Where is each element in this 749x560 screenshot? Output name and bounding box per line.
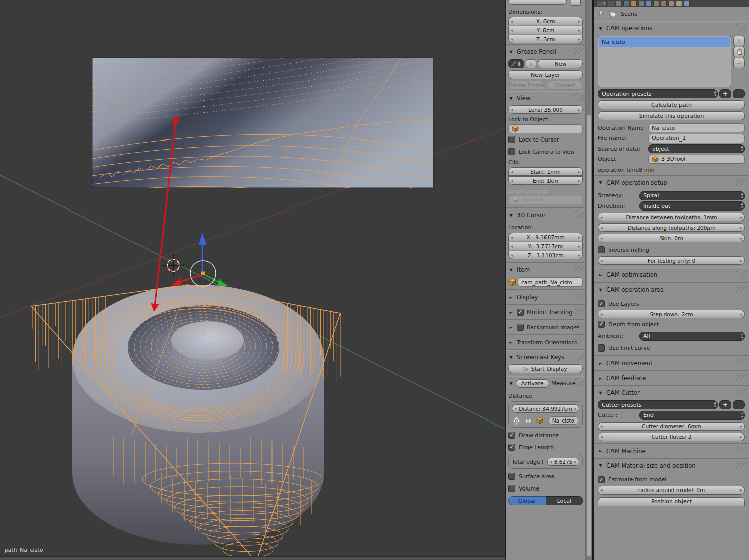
edge-length-checkbox[interactable]: Edge Length [508, 441, 583, 453]
radius-around-model-slider[interactable]: radius around model: 0m [598, 486, 745, 495]
add-cutter-preset-button[interactable]: + [719, 400, 731, 409]
remove-cutter-preset-button[interactable]: − [733, 400, 745, 409]
operation-name-field[interactable]: Na_cisto [648, 123, 745, 132]
panel-header-cam-machine[interactable]: CAM Machine [598, 445, 745, 457]
cutter-presets-dropdown[interactable]: Cutter presets ▴▾ [598, 400, 718, 409]
panel-header-cam-optimisation[interactable]: CAM optimisation [598, 269, 745, 281]
lock-to-cursor-checkbox[interactable]: Lock to Cursor [508, 133, 583, 146]
tab-object-data-icon[interactable] [653, 1, 659, 6]
3d-viewport[interactable]: _path_Na_cisto [0, 0, 505, 560]
dimension-z-slider[interactable]: Z: 3cm [508, 35, 583, 43]
new-layer-button[interactable]: New Layer [508, 70, 583, 79]
step-down-slider[interactable]: Step down: 2cm [598, 310, 745, 318]
swap-arrows-icon[interactable]: ↔ [525, 417, 531, 424]
cursor-x-slider[interactable]: X: -9.1687mm [508, 233, 583, 241]
panel-header-cam-movement[interactable]: CAM movement [598, 357, 745, 369]
lens-slider[interactable]: Lens: 35.000 [508, 105, 583, 114]
operations-list-selected[interactable]: Na_cisto [599, 37, 730, 47]
clipped-widget[interactable] [508, 0, 583, 6]
operations-list[interactable]: Na_cisto [598, 36, 731, 87]
tab-modifiers-icon[interactable] [646, 1, 652, 6]
direction-dropdown[interactable]: Inside out ▴▾ [639, 201, 745, 211]
grease-pencil-draw-button[interactable]: ▲▼ [508, 59, 524, 68]
tab-render-icon[interactable] [608, 1, 614, 6]
spinner-icon[interactable]: ▲▼ [518, 61, 520, 67]
remove-operation-button[interactable]: − [733, 58, 745, 68]
local-camera-field[interactable]: Camera [508, 196, 583, 205]
panel-header-display[interactable]: Display [508, 291, 583, 303]
convert-button[interactable]: Convert [547, 81, 583, 90]
strategy-dropdown[interactable]: Spiral ▴▾ [639, 191, 745, 200]
editor-type-button[interactable]: ▾ [596, 1, 606, 6]
tab-texture-icon[interactable] [668, 1, 674, 6]
item-name-field[interactable]: cam_path_Na_cisto [518, 277, 583, 287]
object-field[interactable]: 3 3DTool [648, 155, 745, 164]
file-name-field[interactable]: Operation_1 [648, 134, 745, 143]
total-edge-value[interactable]: 8.6275 [547, 458, 579, 466]
breadcrumb[interactable]: Scene [621, 11, 638, 17]
inverse-milling-checkbox[interactable]: Inverse milling [598, 244, 745, 255]
use-layers-checkbox[interactable]: Use Layers [598, 298, 745, 310]
lock-camera-to-view-checkbox[interactable]: Lock Camera to View [508, 146, 583, 158]
background-images-checkbox[interactable] [517, 324, 524, 331]
source-of-data-dropdown[interactable]: object ▴▾ [648, 144, 745, 153]
activate-button[interactable]: Activate [516, 379, 549, 388]
tab-object-icon[interactable] [631, 1, 637, 6]
clip-start-slider[interactable]: Start: 1mm [508, 167, 583, 176]
ambient-dropdown[interactable]: All ▴▾ [639, 332, 745, 341]
scrollbar-thumb[interactable] [587, 115, 591, 557]
start-display-button[interactable]: ▷ Start Display [508, 364, 583, 373]
tab-scene-icon[interactable] [616, 1, 622, 6]
cursor-y-slider[interactable]: Y: -3.7717cm [508, 242, 583, 250]
delete-frame-button[interactable]: Delete Frame [508, 81, 545, 90]
add-preset-button[interactable]: + [719, 89, 731, 98]
distance-value-slider[interactable]: Distanc: 34.9927cm [512, 404, 579, 413]
for-testing-only-slider[interactable]: For testing only: 0 [598, 256, 745, 265]
dimension-x-slider[interactable]: X: 6cm [508, 17, 583, 25]
panel-header-background-images[interactable]: Background Images [508, 321, 583, 333]
volume-checkbox[interactable]: Volume [508, 482, 583, 495]
cursor-z-slider[interactable]: Z: -1.1103cm [508, 251, 583, 259]
snap-cursor-icon[interactable] [513, 417, 520, 425]
motion-tracking-checkbox[interactable] [517, 309, 524, 316]
pin-icon[interactable] [598, 10, 604, 17]
panel-header-motion-tracking[interactable]: Motion Tracking [508, 306, 583, 318]
estimate-from-model-checkbox[interactable]: Estimate from model [598, 474, 745, 486]
paste-operation-button[interactable] [733, 47, 745, 57]
distance-along-toolpaths-slider[interactable]: Distance along toolpaths: 200µm [598, 223, 745, 232]
tab-physics-icon[interactable] [684, 1, 690, 6]
panel-header-cam-operation-area[interactable]: CAM operation area [598, 284, 745, 295]
panel-header-3d-cursor[interactable]: 3D Cursor [508, 209, 583, 221]
add-operation-button[interactable]: + [733, 36, 745, 46]
clip-end-slider[interactable]: End: 1km [508, 176, 583, 185]
object-cube-icon[interactable] [536, 417, 543, 424]
panel-header-transform-orientations[interactable]: Transform Orientations [508, 336, 583, 348]
panel-header-cam-operations[interactable]: CAM operations [598, 23, 745, 34]
calculate-path-button[interactable]: Calculate path [598, 100, 745, 109]
npanel-scrollbar[interactable] [585, 0, 592, 560]
panel-header-cam-feedrate[interactable]: CAM feedrate [598, 372, 745, 384]
distance-between-toolpaths-slider[interactable]: Distance between toolpaths: 1mm [598, 213, 745, 221]
global-toggle[interactable]: Global [508, 496, 546, 505]
cutter-diameter-slider[interactable]: Cutter diameter: 6mm [598, 422, 745, 431]
tab-constraints-icon[interactable] [638, 1, 644, 6]
panel-header-cam-operation-setup[interactable]: CAM operation setup [598, 177, 745, 188]
cutter-dropdown[interactable]: End ▴▾ [639, 411, 745, 420]
use-limit-curve-checkbox[interactable]: Use limit curve [598, 342, 745, 354]
tab-world-icon[interactable] [623, 1, 629, 6]
panel-header-view[interactable]: View [508, 93, 583, 104]
panel-header-grease-pencil[interactable]: Grease Pencil [508, 46, 583, 57]
depth-from-object-checkbox[interactable]: Depth from object [598, 318, 745, 330]
operation-presets-dropdown[interactable]: Operation presets ▴▾ [598, 89, 718, 98]
panel-header-screencast-keys[interactable]: Screencast Keys [508, 352, 583, 363]
cutter-flutes-slider[interactable]: Cutter flutes: 2 [598, 433, 745, 441]
panel-header-cam-material[interactable]: CAM Material size and position [598, 460, 745, 471]
panel-header-item[interactable]: Item [508, 264, 583, 275]
position-object-button[interactable]: Position object [598, 497, 745, 506]
tab-particles-icon[interactable] [676, 1, 682, 6]
local-toggle[interactable]: Local [546, 496, 583, 505]
remove-preset-button[interactable]: − [733, 89, 745, 98]
grease-pencil-new-button[interactable]: New [538, 59, 583, 68]
measure-target-field[interactable]: Na_cisto [549, 416, 578, 425]
skin-slider[interactable]: Skin: 0m [598, 234, 745, 242]
